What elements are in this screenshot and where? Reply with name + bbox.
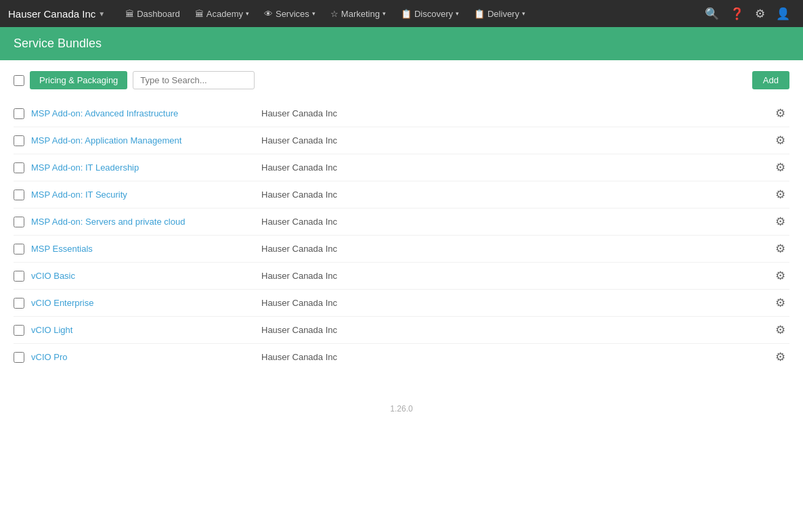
bundle-name-6[interactable]: vCIO Basic <box>31 271 261 281</box>
nav-dashboard-label: Dashboard <box>137 9 180 19</box>
nav-services-label: Services <box>276 9 309 19</box>
discovery-caret: ▾ <box>456 10 459 17</box>
bundle-name-8[interactable]: vCIO Light <box>31 325 261 335</box>
content-area: Pricing & Packaging Add MSP Add-on: Adva… <box>0 60 803 431</box>
gear-icon-5[interactable]: ⚙ <box>771 240 789 257</box>
bundle-name-2[interactable]: MSP Add-on: IT Leadership <box>31 162 261 173</box>
table-row: MSP Add-on: IT Leadership Hauser Canada … <box>14 154 789 181</box>
nav-right: 🔍 ❓ ⚙ 👤 <box>700 4 795 24</box>
select-all-checkbox[interactable] <box>14 75 24 86</box>
bundle-company-0: Hauser Canada Inc <box>261 108 771 118</box>
search-input[interactable] <box>133 71 255 89</box>
brand[interactable]: Hauser Canada Inc ▼ <box>8 8 105 20</box>
nav-item-services[interactable]: 👁 Services ▾ <box>257 5 322 23</box>
table-row: MSP Essentials Hauser Canada Inc ⚙ <box>14 236 789 263</box>
gear-icon-4[interactable]: ⚙ <box>771 213 789 230</box>
version-label: 1.26.0 <box>390 404 412 414</box>
delivery-icon: 📋 <box>474 9 485 19</box>
bundle-company-1: Hauser Canada Inc <box>261 135 771 146</box>
row-checkbox-4[interactable] <box>14 217 24 227</box>
table-row: vCIO Enterprise Hauser Canada Inc ⚙ <box>14 290 789 317</box>
nav-item-discovery[interactable]: 📋 Discovery ▾ <box>394 5 466 23</box>
bundle-company-8: Hauser Canada Inc <box>261 325 771 335</box>
row-checkbox-0[interactable] <box>14 108 24 119</box>
help-button[interactable]: ❓ <box>725 4 749 24</box>
marketing-caret: ▾ <box>383 10 386 17</box>
bundle-name-3[interactable]: MSP Add-on: IT Security <box>31 190 261 200</box>
row-checkbox-9[interactable] <box>14 352 24 363</box>
academy-caret: ▾ <box>246 10 249 17</box>
gear-icon-9[interactable]: ⚙ <box>771 349 789 365</box>
bundle-name-1[interactable]: MSP Add-on: Application Management <box>31 135 261 146</box>
row-checkbox-7[interactable] <box>14 298 24 309</box>
nav-delivery-label: Delivery <box>487 9 519 19</box>
nav-item-marketing[interactable]: ☆ Marketing ▾ <box>324 5 393 23</box>
bundle-company-2: Hauser Canada Inc <box>261 162 771 173</box>
gear-icon-3[interactable]: ⚙ <box>771 186 789 203</box>
bundle-name-7[interactable]: vCIO Enterprise <box>31 298 261 308</box>
bundle-company-5: Hauser Canada Inc <box>261 244 771 254</box>
table-row: MSP Add-on: IT Security Hauser Canada In… <box>14 181 789 208</box>
row-checkbox-3[interactable] <box>14 190 24 200</box>
table-row: MSP Add-on: Servers and private cloud Ha… <box>14 208 789 236</box>
settings-button[interactable]: ⚙ <box>750 4 770 24</box>
page-title: Service Bundles <box>14 37 102 50</box>
gear-icon-7[interactable]: ⚙ <box>771 294 789 311</box>
academy-icon: 🏛 <box>195 9 204 19</box>
delivery-caret: ▾ <box>522 10 525 17</box>
gear-icon-0[interactable]: ⚙ <box>771 105 789 122</box>
add-button[interactable]: Add <box>752 71 789 89</box>
table-row: vCIO Light Hauser Canada Inc ⚙ <box>14 317 789 344</box>
row-checkbox-5[interactable] <box>14 244 24 254</box>
table-row: vCIO Pro Hauser Canada Inc ⚙ <box>14 344 789 370</box>
footer: 1.26.0 <box>14 397 789 420</box>
services-caret: ▾ <box>312 10 316 17</box>
search-button[interactable]: 🔍 <box>700 4 724 24</box>
gear-icon-8[interactable]: ⚙ <box>771 322 789 338</box>
top-nav: Hauser Canada Inc ▼ 🏛 Dashboard 🏛 Academ… <box>0 0 803 27</box>
nav-item-delivery[interactable]: 📋 Delivery ▾ <box>467 5 532 23</box>
pricing-packaging-tab[interactable]: Pricing & Packaging <box>30 71 127 89</box>
gear-icon-2[interactable]: ⚙ <box>771 159 789 176</box>
bundle-company-6: Hauser Canada Inc <box>261 271 771 281</box>
bundle-name-0[interactable]: MSP Add-on: Advanced Infrastructure <box>31 108 261 118</box>
gear-icon-6[interactable]: ⚙ <box>771 267 789 284</box>
toolbar: Pricing & Packaging Add <box>14 71 789 89</box>
row-checkbox-6[interactable] <box>14 271 24 282</box>
row-checkbox-2[interactable] <box>14 162 24 173</box>
services-icon: 👁 <box>264 9 273 19</box>
nav-marketing-label: Marketing <box>341 9 380 19</box>
bundle-company-3: Hauser Canada Inc <box>261 190 771 200</box>
page-header: Service Bundles <box>0 27 803 60</box>
bundle-company-9: Hauser Canada Inc <box>261 352 771 362</box>
bundle-company-4: Hauser Canada Inc <box>261 217 771 227</box>
brand-caret: ▼ <box>98 10 105 18</box>
bundle-company-7: Hauser Canada Inc <box>261 298 771 308</box>
user-button[interactable]: 👤 <box>771 4 795 24</box>
row-checkbox-8[interactable] <box>14 325 24 336</box>
discovery-icon: 📋 <box>401 9 412 19</box>
table-row: vCIO Basic Hauser Canada Inc ⚙ <box>14 263 789 290</box>
gear-icon-1[interactable]: ⚙ <box>771 132 789 149</box>
nav-item-dashboard[interactable]: 🏛 Dashboard <box>118 5 187 23</box>
nav-discovery-label: Discovery <box>414 9 453 19</box>
bundle-name-9[interactable]: vCIO Pro <box>31 352 261 362</box>
table-row: MSP Add-on: Advanced Infrastructure Haus… <box>14 100 789 127</box>
bundle-name-5[interactable]: MSP Essentials <box>31 244 261 254</box>
bundle-list: MSP Add-on: Advanced Infrastructure Haus… <box>14 100 789 370</box>
bundle-name-4[interactable]: MSP Add-on: Servers and private cloud <box>31 217 261 227</box>
marketing-icon: ☆ <box>330 9 339 19</box>
brand-name: Hauser Canada Inc <box>8 8 95 20</box>
dashboard-icon: 🏛 <box>125 9 134 19</box>
nav-academy-label: Academy <box>207 9 243 19</box>
row-checkbox-1[interactable] <box>14 135 24 146</box>
nav-item-academy[interactable]: 🏛 Academy ▾ <box>188 5 256 23</box>
table-row: MSP Add-on: Application Management Hause… <box>14 127 789 154</box>
nav-items: 🏛 Dashboard 🏛 Academy ▾ 👁 Services ▾ ☆ M… <box>118 5 697 23</box>
